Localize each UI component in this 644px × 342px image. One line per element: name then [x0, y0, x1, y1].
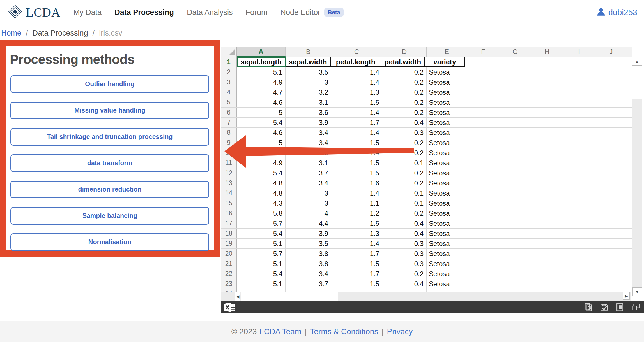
lcda-logo[interactable]: LCDA: [8, 4, 61, 20]
cell[interactable]: [595, 218, 627, 228]
scroll-up-button[interactable]: ▲: [632, 57, 642, 66]
cell[interactable]: [467, 269, 499, 279]
row-number[interactable]: 10: [221, 148, 237, 158]
scroll-right-button[interactable]: ▶: [623, 292, 630, 300]
cell[interactable]: Setosa: [427, 168, 467, 178]
cell[interactable]: [499, 208, 531, 218]
cell[interactable]: [531, 77, 563, 87]
cell[interactable]: [595, 198, 627, 208]
save-check-icon[interactable]: [599, 302, 610, 313]
cell[interactable]: 5.4: [237, 229, 286, 238]
cell[interactable]: [531, 148, 563, 158]
cell[interactable]: 1.3: [331, 87, 382, 97]
cell[interactable]: [467, 87, 499, 97]
row-number[interactable]: 6: [221, 108, 237, 117]
header-cell-petal-length[interactable]: petal.length: [330, 57, 381, 67]
column-header-F[interactable]: F: [467, 47, 499, 57]
cell[interactable]: Setosa: [427, 148, 467, 158]
cell[interactable]: [467, 108, 499, 117]
cell[interactable]: [563, 77, 595, 87]
row-number[interactable]: 1: [221, 57, 237, 67]
cell[interactable]: [467, 67, 499, 77]
cell[interactable]: 1.5: [331, 158, 382, 168]
cell[interactable]: 0.2: [382, 108, 427, 117]
cell[interactable]: 4.8: [237, 178, 286, 188]
cell[interactable]: [563, 97, 595, 107]
header-cell-sepal-length[interactable]: sepal.length: [237, 57, 286, 67]
row-number[interactable]: 12: [221, 168, 237, 178]
cell[interactable]: 3.4: [286, 269, 331, 279]
horizontal-scroll-thumb[interactable]: [241, 292, 338, 301]
row-number[interactable]: 4: [221, 87, 237, 97]
cell[interactable]: 1.1: [331, 198, 382, 208]
cell[interactable]: [531, 97, 563, 107]
cell[interactable]: 5.1: [237, 239, 286, 248]
cell[interactable]: 0.1: [382, 188, 427, 198]
cell[interactable]: 1.2: [331, 208, 382, 218]
cell[interactable]: 0.4: [382, 118, 427, 127]
cell[interactable]: 0.1: [382, 158, 427, 168]
cell[interactable]: 3: [286, 198, 331, 208]
header-cell-petal-width[interactable]: petal.width: [381, 57, 425, 67]
cell[interactable]: 1.7: [331, 118, 382, 127]
cell[interactable]: Setosa: [427, 269, 467, 279]
cell[interactable]: [467, 77, 499, 87]
cell[interactable]: [563, 138, 595, 148]
cell[interactable]: [595, 269, 627, 279]
cell[interactable]: [531, 188, 563, 198]
cell[interactable]: [531, 138, 563, 148]
cell[interactable]: 0.3: [382, 239, 427, 248]
cell[interactable]: [499, 269, 531, 279]
cell[interactable]: [467, 249, 499, 259]
cell[interactable]: 4.6: [237, 97, 286, 107]
breadcrumb-data-processing[interactable]: Data Processing: [33, 29, 88, 38]
cell[interactable]: [499, 249, 531, 259]
cell[interactable]: [563, 118, 595, 127]
cell[interactable]: [563, 148, 595, 158]
cell[interactable]: [563, 158, 595, 168]
cell[interactable]: [595, 97, 627, 107]
cell[interactable]: [563, 208, 595, 218]
select-all-corner[interactable]: [221, 47, 237, 57]
row-number[interactable]: 14: [221, 188, 237, 198]
cell[interactable]: 0.2: [382, 138, 427, 148]
cell[interactable]: [595, 87, 627, 97]
cell[interactable]: 4.4: [286, 218, 331, 228]
cell[interactable]: [467, 208, 499, 218]
cell[interactable]: 3.2: [286, 87, 331, 97]
header-cell-variety[interactable]: variety: [424, 57, 465, 67]
cell[interactable]: [531, 158, 563, 168]
cell[interactable]: Setosa: [427, 188, 467, 198]
cell[interactable]: [467, 138, 499, 148]
cell[interactable]: [595, 239, 627, 248]
cell[interactable]: 5.4: [237, 118, 286, 127]
cell[interactable]: [563, 168, 595, 178]
cell[interactable]: 0.2: [382, 97, 427, 107]
cell[interactable]: [595, 118, 627, 127]
cell[interactable]: 3.1: [286, 97, 331, 107]
cell[interactable]: 3.7: [286, 168, 331, 178]
row-number[interactable]: 23: [221, 279, 237, 289]
cell[interactable]: 0.2: [382, 87, 427, 97]
cell[interactable]: [499, 67, 531, 77]
row-number[interactable]: 8: [221, 128, 237, 138]
cell[interactable]: [499, 138, 531, 148]
cell[interactable]: [499, 178, 531, 188]
cell[interactable]: Setosa: [427, 279, 467, 289]
cell[interactable]: [499, 229, 531, 238]
cell[interactable]: 1.4: [331, 108, 382, 117]
vertical-scrollbar[interactable]: ▲: [632, 57, 642, 296]
column-header-E[interactable]: E: [427, 47, 467, 57]
cell[interactable]: [595, 168, 627, 178]
cell[interactable]: [563, 198, 595, 208]
cell[interactable]: [465, 57, 497, 67]
cell[interactable]: 5.1: [237, 259, 286, 269]
cell[interactable]: [499, 97, 531, 107]
cell[interactable]: 5.4: [237, 168, 286, 178]
nav-item-node-editor[interactable]: Node EditorBeta: [280, 8, 344, 17]
breadcrumb-home[interactable]: Home: [1, 29, 21, 38]
cell[interactable]: 0.2: [382, 178, 427, 188]
column-header-H[interactable]: H: [531, 47, 563, 57]
cell[interactable]: [563, 128, 595, 138]
user-menu[interactable]: dubi253: [597, 7, 637, 17]
